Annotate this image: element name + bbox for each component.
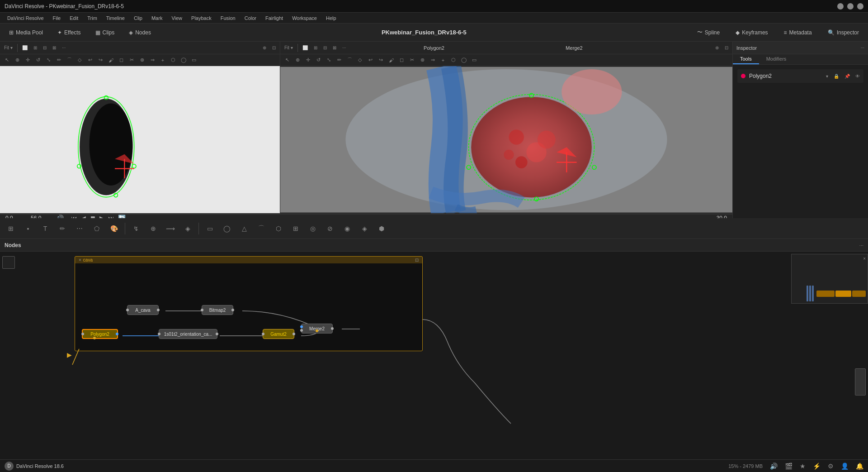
- effect-merge-btn[interactable]: ⊞: [4, 221, 18, 236]
- effect-comp-btn[interactable]: ⊕: [146, 221, 160, 236]
- r-undo-tool[interactable]: ↩: [365, 55, 375, 65]
- effect-color-btn[interactable]: 🎨: [107, 221, 121, 236]
- status-sound-icon[interactable]: 🔊: [770, 462, 778, 470]
- menu-edit[interactable]: Edit: [66, 14, 82, 22]
- effect-grid-btn[interactable]: ⊞: [288, 221, 303, 236]
- menu-file[interactable]: File: [49, 14, 65, 22]
- nodes-menu-btn[interactable]: ···: [859, 243, 863, 248]
- extra-tool[interactable]: +: [158, 55, 168, 65]
- left-fit-dropdown[interactable]: Fit ▾: [2, 44, 15, 51]
- menu-workspace[interactable]: Workspace: [288, 14, 321, 22]
- polygon2-lock-btn[interactable]: 🔒: [834, 74, 839, 79]
- menu-timeline[interactable]: Timeline: [103, 14, 128, 22]
- r-polygon-tool[interactable]: ⬡: [448, 55, 458, 65]
- right-view-btn1[interactable]: ⬜: [300, 44, 310, 51]
- node-gamut2[interactable]: Gamut2: [263, 329, 294, 339]
- effect-flow-btn[interactable]: ⟿: [163, 221, 178, 236]
- bezier-tool[interactable]: ⌒: [64, 55, 74, 65]
- left-view-btn5[interactable]: ···: [60, 44, 68, 51]
- right-zoom-btn[interactable]: ⊕: [713, 44, 721, 51]
- undo-tool[interactable]: ↩: [85, 55, 95, 65]
- menu-color[interactable]: Color: [241, 14, 260, 22]
- menu-fusion[interactable]: Fusion: [217, 14, 239, 22]
- r-scale-tool[interactable]: ⤡: [324, 55, 334, 65]
- effect-circle-mask-btn[interactable]: ◯: [220, 221, 234, 236]
- node-group-close-btn[interactable]: ×: [79, 257, 81, 262]
- erase-tool[interactable]: ◻: [116, 55, 126, 65]
- keyframes-btn[interactable]: ◆ Keyframes: [731, 28, 772, 38]
- effect-track-btn[interactable]: ◎: [306, 221, 320, 236]
- effect-triangle-btn[interactable]: △: [237, 221, 251, 236]
- nodes-btn[interactable]: ◈ Nodes: [124, 28, 156, 38]
- r-arrow-tool[interactable]: ↖: [282, 55, 292, 65]
- r-paint-tool[interactable]: 🖌: [386, 55, 396, 65]
- left-view-btn1[interactable]: ⬜: [20, 44, 30, 51]
- r-erase-tool[interactable]: ◻: [396, 55, 406, 65]
- status-settings-icon[interactable]: ⚙: [828, 462, 834, 470]
- r-bezier-tool[interactable]: ⌒: [344, 55, 354, 65]
- transform-tool[interactable]: ✛: [23, 55, 33, 65]
- menu-fairlight[interactable]: Fairlight: [262, 14, 287, 22]
- node-polygon2[interactable]: Polygon2: [82, 329, 118, 339]
- minimize-btn[interactable]: [837, 3, 844, 10]
- effect-blur-btn[interactable]: ◉: [340, 221, 354, 236]
- node-edit-tool[interactable]: ◇: [75, 55, 85, 65]
- paint-tool[interactable]: 🖌: [106, 55, 116, 65]
- left-layout-btn[interactable]: ⊡: [270, 44, 278, 51]
- maximize-btn[interactable]: [847, 3, 854, 10]
- node-merge2[interactable]: Merge2: [301, 324, 333, 334]
- circle-tool[interactable]: ◯: [179, 55, 189, 65]
- menu-view[interactable]: View: [168, 14, 186, 22]
- redo-tool[interactable]: ↪: [95, 55, 105, 65]
- menu-help[interactable]: Help: [322, 14, 340, 22]
- effects-btn[interactable]: ✦ Effects: [53, 28, 85, 38]
- inspector-menu-btn[interactable]: ···: [861, 45, 864, 50]
- nodes-canvas[interactable]: ▶ × cava ⊡: [0, 252, 868, 459]
- r-close-tool[interactable]: ⊗: [417, 55, 427, 65]
- rect-tool[interactable]: ▭: [189, 55, 199, 65]
- r-rect-tool[interactable]: ▭: [469, 55, 479, 65]
- left-view-btn4[interactable]: ⊠: [50, 44, 58, 51]
- effect-polyline-btn[interactable]: ⬡: [271, 221, 286, 236]
- right-view-btn3[interactable]: ⊟: [321, 44, 329, 51]
- close-btn[interactable]: [857, 3, 863, 10]
- group-expand-btn[interactable]: ⊡: [415, 257, 419, 262]
- menu-davinci-resolve[interactable]: DaVinci Resolve: [4, 14, 47, 22]
- spline-btn[interactable]: 〜 Spline: [693, 27, 724, 38]
- r-cut-tool[interactable]: ✂: [407, 55, 417, 65]
- node-bitmap2[interactable]: Bitmap2: [202, 305, 233, 315]
- node-a-cava[interactable]: A_cava: [127, 305, 159, 315]
- status-bell-icon[interactable]: 🔔: [856, 462, 863, 470]
- effect-rect-mask-btn[interactable]: ▭: [203, 221, 217, 236]
- effect-bspline-btn[interactable]: ⌒: [254, 221, 269, 236]
- clips-btn[interactable]: ▦ Clips: [91, 28, 119, 38]
- menu-clip[interactable]: Clip: [130, 14, 146, 22]
- arrow-tool[interactable]: ↖: [2, 55, 12, 65]
- mini-preview-close[interactable]: ×: [863, 256, 866, 261]
- effect-3d-mask-btn[interactable]: ◈: [357, 221, 372, 236]
- polygon2-expand-btn[interactable]: ▾: [826, 74, 828, 79]
- r-transform-tool[interactable]: ✛: [303, 55, 313, 65]
- r-circle-tool[interactable]: ◯: [459, 55, 469, 65]
- effect-bg-btn[interactable]: ▪: [21, 221, 35, 236]
- effect-last-btn[interactable]: ⬢: [374, 221, 389, 236]
- left-view-btn2[interactable]: ⊞: [31, 44, 39, 51]
- inspector-tab-tools[interactable]: Tools: [733, 54, 759, 64]
- status-fusion-icon[interactable]: ⚡: [813, 462, 821, 470]
- menu-trim[interactable]: Trim: [84, 14, 101, 22]
- inspector-tab-modifiers[interactable]: Modifiers: [759, 54, 794, 64]
- status-star-icon[interactable]: ★: [800, 462, 806, 470]
- r-copy-tool[interactable]: ⇒: [428, 55, 438, 65]
- status-video-icon[interactable]: 🎬: [785, 462, 793, 470]
- menu-playback[interactable]: Playback: [188, 14, 215, 22]
- effect-warp-btn[interactable]: ↯: [129, 221, 143, 236]
- effect-text-btn[interactable]: T: [38, 221, 52, 236]
- polygon-tool[interactable]: ⬡: [168, 55, 178, 65]
- effect-3d-btn[interactable]: ◈: [180, 221, 195, 236]
- left-view-btn3[interactable]: ⊟: [41, 44, 49, 51]
- close-path-tool[interactable]: ⊗: [137, 55, 147, 65]
- cut-tool[interactable]: ✂: [127, 55, 137, 65]
- right-fit-dropdown[interactable]: Fit ▾: [282, 44, 295, 51]
- polygon2-vis-btn[interactable]: 👁: [855, 74, 860, 79]
- rotate-tool[interactable]: ↺: [33, 55, 43, 65]
